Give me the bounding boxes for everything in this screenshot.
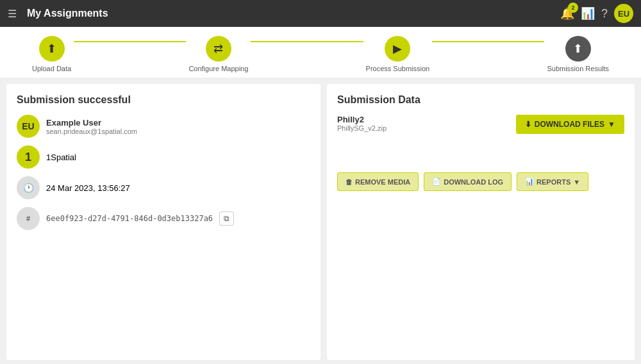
download-files-chevron: ▼ [608, 120, 615, 129]
app-header: ☰ My Assignments 🔔 2 📊 ? EU [0, 0, 641, 27]
reports-chevron: ▼ [573, 178, 580, 186]
step-results[interactable]: ⬆ Submission Results [547, 36, 609, 72]
menu-icon[interactable]: ☰ [8, 8, 17, 20]
step-results-circle: ⬆ [565, 36, 591, 62]
step-process-label: Process Submission [366, 65, 430, 72]
submission-data-panel: Submission Data Philly2 PhillySG_v2.zip … [327, 84, 635, 360]
action-buttons-group: 🗑 REMOVE MEDIA 📄 DOWNLOAD LOG 📊 REPORTS … [337, 172, 624, 191]
hash-icon: # [17, 207, 40, 230]
reports-icon: 📊 [525, 178, 534, 186]
submission-date: 24 Mar 2023, 13:56:27 [46, 183, 130, 193]
step-configure-circle: ⇄ [206, 36, 231, 62]
header-actions: 🔔 2 📊 ? EU [560, 4, 633, 23]
right-panel-title: Submission Data [337, 94, 624, 106]
copy-hash-button[interactable]: ⧉ [219, 211, 234, 226]
app-title: My Assignments [27, 8, 553, 19]
remove-media-icon: 🗑 [345, 178, 353, 186]
step-process[interactable]: ▶ Process Submission [366, 36, 430, 72]
user-avatar[interactable]: EU [614, 4, 633, 23]
submission-success-panel: Submission successful EU Example User se… [6, 84, 320, 360]
user-email: sean.prideaux@1spatial.com [46, 128, 137, 135]
download-log-icon: 📄 [432, 178, 441, 186]
left-panel-title: Submission successful [17, 94, 310, 106]
step-configure-label: Configure Mapping [188, 65, 248, 72]
progress-steps: ⬆ Upload Data ⇄ Configure Mapping ▶ Proc… [0, 27, 641, 78]
hash-row: # 6ee0f923-d27d-4791-846d-0d3eb13327a6 ⧉ [17, 207, 310, 230]
main-content: Submission successful EU Example User se… [0, 78, 641, 364]
step-results-label: Submission Results [547, 65, 609, 72]
download-files-icon: ⬇ [525, 120, 531, 129]
user-info-row: EU Example User sean.prideaux@1spatial.c… [17, 115, 310, 138]
org-icon: 1 [17, 145, 40, 169]
step-upload[interactable]: ⬆ Upload Data [32, 36, 71, 72]
notification-badge: 2 [568, 3, 578, 13]
step-configure[interactable]: ⇄ Configure Mapping [188, 36, 248, 72]
step-process-circle: ▶ [385, 36, 410, 62]
org-name: 1Spatial [46, 153, 76, 162]
download-log-button[interactable]: 📄 DOWNLOAD LOG [424, 172, 512, 191]
clock-icon: 🕐 [17, 176, 40, 199]
chart-icon[interactable]: 📊 [581, 6, 595, 21]
step-upload-circle: ⬆ [39, 36, 65, 62]
file-name: Philly2 [337, 115, 387, 124]
user-name: Example User [46, 118, 137, 128]
step-upload-label: Upload Data [32, 65, 71, 72]
submission-hash: 6ee0f923-d27d-4791-846d-0d3eb13327a6 [46, 214, 213, 223]
submission-file-header: Philly2 PhillySG_v2.zip ⬇ DOWNLOAD FILES… [337, 115, 624, 134]
help-icon[interactable]: ? [601, 7, 608, 21]
download-files-button[interactable]: ⬇ DOWNLOAD FILES ▼ [516, 115, 624, 134]
file-subname: PhillySG_v2.zip [337, 124, 387, 132]
file-info: Philly2 PhillySG_v2.zip [337, 115, 387, 132]
user-avatar-small: EU [17, 115, 40, 138]
reports-button[interactable]: 📊 REPORTS ▼ [517, 172, 588, 191]
org-row: 1 1Spatial [17, 145, 310, 169]
remove-media-button[interactable]: 🗑 REMOVE MEDIA [337, 172, 419, 191]
date-row: 🕐 24 Mar 2023, 13:56:27 [17, 176, 310, 199]
notification-bell[interactable]: 🔔 2 [560, 6, 574, 21]
